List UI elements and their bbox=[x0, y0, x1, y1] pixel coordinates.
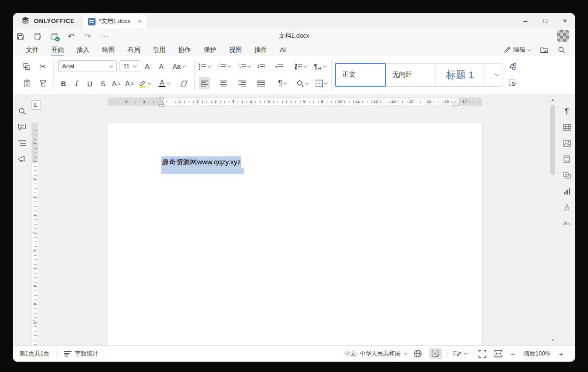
language-select[interactable]: 中文- 中华人民共和国 bbox=[338, 350, 410, 358]
numbered-list-button[interactable]: 12 bbox=[217, 60, 231, 73]
paste-button[interactable] bbox=[21, 77, 32, 89]
menu-tab-ai[interactable]: AI bbox=[280, 44, 286, 55]
font-size-select[interactable]: 11 bbox=[119, 60, 140, 72]
scroll-down-arrow[interactable]: ▼ bbox=[549, 337, 556, 343]
open-file-location-button[interactable] bbox=[540, 46, 548, 54]
image-settings-button[interactable] bbox=[560, 137, 574, 150]
table-settings-button[interactable] bbox=[560, 121, 574, 134]
menu-tab-draw[interactable]: 绘图 bbox=[102, 44, 115, 56]
indent-markers[interactable] bbox=[159, 97, 165, 107]
fit-page-button[interactable] bbox=[474, 350, 490, 358]
subscript-button[interactable]: A1 bbox=[124, 77, 135, 89]
replace-button[interactable] bbox=[507, 61, 518, 73]
page-indicator[interactable]: 第1页共1页 bbox=[13, 346, 56, 362]
align-left-button[interactable] bbox=[199, 77, 210, 89]
justify-button[interactable] bbox=[255, 77, 267, 89]
selected-text[interactable]: 趣奇资源网www.qqzy.xyz bbox=[161, 156, 241, 168]
vertical-ruler[interactable]: 1 12 34 56 78 910 bbox=[32, 122, 38, 345]
increase-indent-button[interactable] bbox=[273, 60, 285, 73]
bold-button[interactable]: B bbox=[58, 77, 69, 89]
fit-page-icon bbox=[478, 350, 486, 358]
menu-tab-home[interactable]: 开始 bbox=[51, 44, 64, 56]
menu-tab-layout[interactable]: 布局 bbox=[127, 44, 140, 56]
fit-width-button[interactable] bbox=[490, 350, 507, 357]
window-controls: – □ × bbox=[516, 13, 575, 28]
menu-tab-references[interactable]: 引用 bbox=[153, 44, 166, 56]
format-painter-button[interactable] bbox=[37, 77, 48, 89]
document-language-button[interactable] bbox=[410, 349, 426, 358]
line-spacing-button[interactable] bbox=[294, 60, 308, 73]
zoom-out-button[interactable]: − bbox=[507, 350, 519, 358]
word-count-button[interactable]: 12 字数统计 bbox=[58, 346, 104, 362]
text-art-settings-button[interactable]: A bbox=[560, 201, 574, 214]
search-icon bbox=[18, 107, 26, 115]
font-color-button[interactable]: A bbox=[158, 77, 171, 89]
menu-tab-plugins[interactable]: 插件 bbox=[254, 44, 267, 56]
avatar[interactable] bbox=[557, 30, 569, 42]
highlight-color-button[interactable] bbox=[137, 77, 152, 89]
menu-tab-insert[interactable]: 插入 bbox=[77, 44, 89, 56]
track-changes-button[interactable] bbox=[448, 350, 472, 357]
headings-navigation-button[interactable] bbox=[16, 137, 28, 149]
strikethrough-button[interactable]: S bbox=[97, 77, 109, 89]
align-right-button[interactable] bbox=[237, 77, 248, 89]
edit-mode-button[interactable]: 编辑 bbox=[504, 46, 531, 54]
chevron-down-icon bbox=[247, 64, 251, 67]
scroll-up-arrow[interactable]: ▲ bbox=[549, 96, 556, 103]
brand-name: ONLYOFFICE bbox=[34, 17, 75, 24]
signature-settings-button[interactable] bbox=[560, 217, 574, 230]
minimize-button[interactable]: – bbox=[516, 13, 535, 28]
borders-button[interactable] bbox=[315, 77, 328, 89]
menu-tab-view[interactable]: 视图 bbox=[229, 44, 242, 56]
document-tab[interactable]: *文档1.docx × bbox=[83, 15, 146, 28]
font-name-select[interactable]: Arial bbox=[58, 60, 117, 72]
find-button[interactable] bbox=[16, 105, 28, 117]
comments-button[interactable] bbox=[16, 121, 28, 133]
menu-tab-collaboration[interactable]: 协作 bbox=[178, 44, 191, 56]
zoom-in-button[interactable]: + bbox=[555, 350, 567, 358]
horizontal-ruler[interactable]: 21 1234567891011121314151617 bbox=[108, 97, 482, 106]
multilevel-list-button[interactable]: 1a bbox=[238, 60, 252, 73]
svg-text:a: a bbox=[239, 65, 241, 68]
styles-gallery-expand[interactable] bbox=[485, 64, 501, 86]
menu-tab-file[interactable]: 文件 bbox=[26, 44, 39, 56]
right-indent-marker[interactable] bbox=[453, 101, 459, 106]
maximize-button[interactable]: □ bbox=[535, 13, 555, 28]
document-page[interactable]: 趣奇资源网www.qqzy.xyz bbox=[108, 122, 482, 345]
clear-formatting-button[interactable] bbox=[178, 77, 190, 89]
feedback-button[interactable] bbox=[16, 153, 28, 165]
paragraph-settings-button[interactable]: ¶ bbox=[560, 105, 574, 118]
cut-button[interactable]: ✂ bbox=[37, 60, 48, 73]
style-heading1[interactable]: 标题 1 bbox=[436, 64, 485, 86]
decrease-indent-button[interactable] bbox=[255, 60, 267, 73]
decrease-font-size-button[interactable]: Aˇ bbox=[157, 60, 168, 73]
scrollbar-thumb[interactable] bbox=[550, 105, 555, 175]
shading-button[interactable] bbox=[295, 77, 310, 89]
vertical-scrollbar[interactable]: ▲ ▼ bbox=[549, 96, 556, 343]
style-no-spacing[interactable]: 无间距 bbox=[386, 64, 436, 86]
chevron-down-icon bbox=[182, 64, 185, 67]
header-footer-settings-button[interactable] bbox=[560, 153, 574, 166]
show-paragraph-marks-button[interactable]: ¶ bbox=[277, 77, 288, 89]
styles-gallery: 正文 无间距 标题 1 bbox=[335, 63, 502, 87]
align-center-button[interactable] bbox=[218, 77, 229, 89]
increase-font-size-button[interactable]: Aˆ bbox=[143, 60, 154, 73]
tab-close-icon[interactable]: × bbox=[138, 18, 142, 25]
search-button[interactable] bbox=[558, 46, 565, 54]
change-case-button[interactable]: Aa bbox=[172, 60, 186, 73]
superscript-button[interactable]: A1 bbox=[111, 77, 122, 89]
copy-button[interactable] bbox=[21, 60, 32, 73]
bullet-list-button[interactable] bbox=[198, 60, 212, 73]
menu-tab-protection[interactable]: 保护 bbox=[204, 44, 216, 56]
spell-check-toggle[interactable]: A bbox=[426, 348, 445, 359]
close-button[interactable]: × bbox=[555, 13, 575, 28]
paragraph-direction-button[interactable]: ¶ bbox=[313, 60, 327, 73]
chevron-down-icon bbox=[227, 64, 231, 67]
shape-settings-button[interactable] bbox=[560, 169, 574, 182]
tab-selector[interactable]: L bbox=[31, 100, 40, 110]
style-normal[interactable]: 正文 bbox=[335, 63, 386, 87]
italic-button[interactable]: I bbox=[71, 77, 82, 89]
select-all-button[interactable] bbox=[507, 77, 518, 89]
underline-button[interactable]: U bbox=[84, 77, 95, 89]
chart-settings-button[interactable] bbox=[560, 185, 574, 198]
